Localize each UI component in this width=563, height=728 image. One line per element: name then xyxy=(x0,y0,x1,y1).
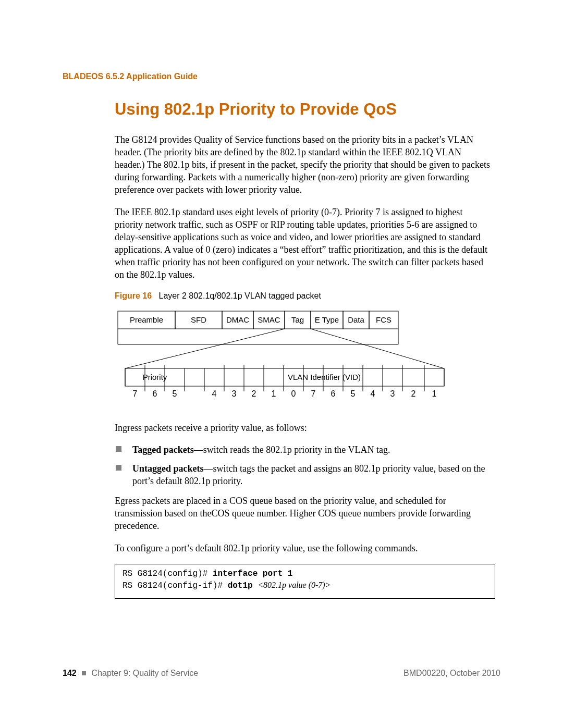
svg-text:FCS: FCS xyxy=(376,315,391,324)
page-footer: 142 Chapter 9: Quality of Service BMD002… xyxy=(63,669,500,678)
list-item-term: Tagged packets xyxy=(132,445,194,455)
list-item-text: —switch reads the 802.1p priority in the… xyxy=(194,445,390,455)
svg-text:5: 5 xyxy=(173,389,177,398)
svg-text:E Type: E Type xyxy=(315,315,339,324)
svg-text:1: 1 xyxy=(272,389,276,398)
svg-text:Tag: Tag xyxy=(291,315,304,324)
svg-text:0: 0 xyxy=(291,389,296,398)
cli-command: dot1p xyxy=(228,581,258,590)
svg-text:Data: Data xyxy=(348,315,364,324)
svg-text:7: 7 xyxy=(133,389,138,398)
svg-text:3: 3 xyxy=(232,389,237,398)
list-item-term: Untagged packets xyxy=(132,463,204,474)
svg-text:DMAC: DMAC xyxy=(226,315,249,324)
code-block: RS G8124(config)# interface port 1 RS G8… xyxy=(115,564,495,599)
cli-prompt: RS G8124(config)# xyxy=(123,569,213,578)
footer-left: 142 Chapter 9: Quality of Service xyxy=(63,669,198,678)
bullet-list: Tagged packets—switch reads the 802.1p p… xyxy=(115,443,492,487)
paragraph: To configure a port’s default 802.1p pri… xyxy=(115,542,492,554)
page: BLADEOS 6.5.2 Application Guide Using 80… xyxy=(0,0,563,728)
footer-chapter: Chapter 9: Quality of Service xyxy=(92,669,199,677)
cli-prompt: RS G8124(config-if)# xyxy=(123,581,228,590)
svg-text:6: 6 xyxy=(331,389,336,398)
body-content: The G8124 provides Quality of Service fu… xyxy=(115,133,492,599)
list-item: Tagged packets—switch reads the 802.1p p… xyxy=(115,443,492,456)
paragraph: Ingress packets receive a priority value… xyxy=(115,422,492,434)
svg-text:Preamble: Preamble xyxy=(130,315,163,324)
tag-bits-row: Priority VLAN Identifier (VID) 7 6 5 4 3… xyxy=(125,365,444,398)
svg-text:2: 2 xyxy=(411,389,416,398)
svg-text:Priority: Priority xyxy=(143,373,167,381)
paragraph: Egress packets are placed in a COS queue… xyxy=(115,495,492,532)
footer-right: BMD00220, October 2010 xyxy=(403,669,500,678)
running-header: BLADEOS 6.5.2 Application Guide xyxy=(63,72,500,81)
svg-text:4: 4 xyxy=(212,389,217,398)
svg-text:SMAC: SMAC xyxy=(258,315,280,324)
svg-text:5: 5 xyxy=(351,389,356,398)
packet-top-row: Preamble SFD DMAC SMAC Tag E Type Data F… xyxy=(118,311,398,329)
svg-text:VLAN Identifier (VID): VLAN Identifier (VID) xyxy=(288,373,361,381)
cli-command: interface port 1 xyxy=(213,569,293,578)
figure-diagram: Preamble SFD DMAC SMAC Tag E Type Data F… xyxy=(113,309,492,408)
svg-rect-18 xyxy=(125,368,444,386)
svg-text:3: 3 xyxy=(390,389,395,398)
paragraph: The G8124 provides Quality of Service fu… xyxy=(115,133,492,196)
svg-text:6: 6 xyxy=(153,389,157,398)
paragraph: The IEEE 802.1p standard uses eight leve… xyxy=(115,206,492,281)
list-item: Untagged packets—switch tags the packet … xyxy=(115,462,492,487)
svg-text:7: 7 xyxy=(311,389,316,398)
svg-text:2: 2 xyxy=(252,389,256,398)
footer-square-icon xyxy=(82,671,86,675)
figure-caption-text: Layer 2 802.1q/802.1p VLAN tagged packet xyxy=(158,291,321,300)
figure-caption: Figure 16 Layer 2 802.1q/802.1p VLAN tag… xyxy=(115,290,492,301)
svg-line-16 xyxy=(125,329,285,368)
svg-text:4: 4 xyxy=(371,389,375,398)
svg-text:1: 1 xyxy=(432,389,437,398)
cli-argument: <802.1p value (0-7)> xyxy=(258,581,331,589)
figure-label: Figure 16 xyxy=(115,291,152,300)
svg-text:SFD: SFD xyxy=(191,315,206,324)
page-number: 142 xyxy=(63,669,77,677)
svg-line-17 xyxy=(311,329,444,368)
section-title: Using 802.1p Priority to Provide QoS xyxy=(115,100,500,119)
